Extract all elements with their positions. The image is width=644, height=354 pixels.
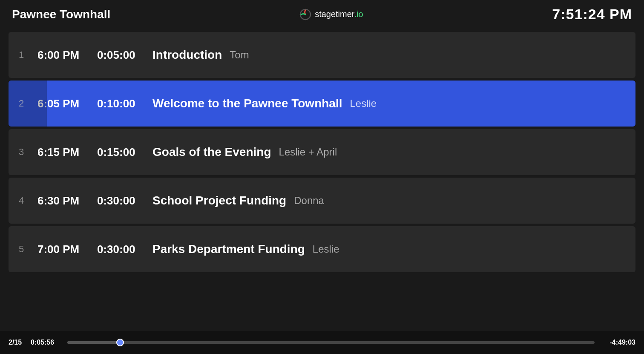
item-title: Parks Department Funding	[152, 242, 305, 256]
item-speaker: Leslie	[350, 98, 377, 109]
item-speaker: Leslie + April	[279, 146, 337, 158]
header: Pawnee Townhall stagetimer.io 7:51:24 PM	[0, 0, 644, 29]
item-time: 6:30 PM	[37, 194, 97, 207]
item-duration: 0:30:00	[97, 194, 152, 207]
clock-display: 7:51:24 PM	[552, 6, 632, 23]
item-duration: 0:15:00	[97, 146, 152, 159]
item-time: 6:15 PM	[37, 146, 97, 159]
progress-fill	[67, 341, 120, 344]
agenda-list: 1 6:00 PM 0:05:00 Introduction Tom 2 6:0…	[0, 29, 644, 331]
progress-thumb[interactable]	[116, 339, 124, 346]
item-time: 7:00 PM	[37, 243, 97, 256]
item-title: Welcome to the Pawnee Townhall	[152, 97, 342, 110]
position-indicator: 2/15	[9, 339, 24, 346]
stagetimer-icon	[299, 9, 311, 20]
brand-logo-area: stagetimer.io	[299, 9, 363, 20]
item-time: 6:05 PM	[37, 97, 97, 110]
item-duration: 0:05:00	[97, 49, 152, 62]
item-speaker: Tom	[230, 49, 249, 61]
item-duration: 0:30:00	[97, 243, 152, 256]
item-number: 4	[19, 195, 34, 206]
agenda-item-4[interactable]: 4 6:30 PM 0:30:00 School Project Funding…	[9, 178, 635, 224]
remaining-time: -4:49:03	[601, 339, 635, 346]
brand-name: stagetimer.io	[315, 9, 363, 19]
item-title: Goals of the Evening	[152, 145, 271, 159]
item-number: 3	[19, 147, 34, 158]
item-number: 1	[19, 49, 34, 60]
event-title: Pawnee Townhall	[12, 8, 110, 21]
item-duration: 0:10:00	[97, 97, 152, 110]
progress-bar[interactable]	[67, 341, 595, 344]
agenda-item-5[interactable]: 5 7:00 PM 0:30:00 Parks Department Fundi…	[9, 226, 635, 272]
agenda-item-2[interactable]: 2 6:05 PM 0:10:00 Welcome to the Pawnee …	[9, 81, 635, 127]
agenda-item-3[interactable]: 3 6:15 PM 0:15:00 Goals of the Evening L…	[9, 129, 635, 175]
item-title: Introduction	[152, 48, 222, 62]
item-time: 6:00 PM	[37, 49, 97, 62]
agenda-item-1[interactable]: 1 6:00 PM 0:05:00 Introduction Tom	[9, 32, 635, 78]
bottom-bar: 2/15 0:05:56 -4:49:03	[0, 331, 644, 354]
item-speaker: Leslie	[313, 243, 339, 255]
item-number: 2	[19, 98, 34, 109]
elapsed-time: 0:05:56	[31, 339, 60, 346]
item-title: School Project Funding	[152, 194, 286, 207]
item-speaker: Donna	[294, 195, 324, 207]
item-number: 5	[19, 244, 34, 255]
